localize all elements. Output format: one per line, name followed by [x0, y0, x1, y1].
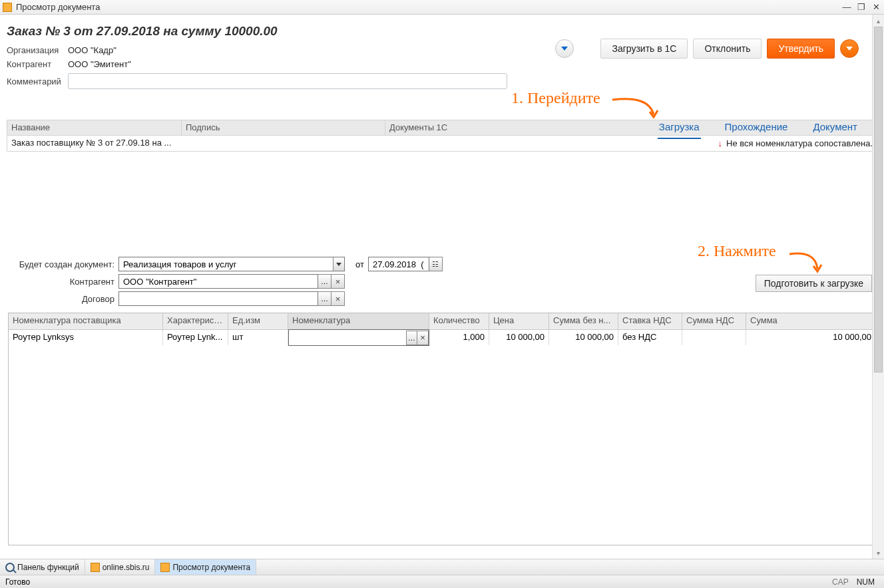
items-nom-cell [288, 329, 429, 346]
items-h-price: Цена [489, 313, 549, 329]
items-h-sum: Сумма [746, 313, 875, 329]
doc-type-select[interactable] [118, 257, 345, 271]
comment-input[interactable] [68, 73, 507, 89]
tab-pass[interactable]: Прохождение [724, 118, 789, 139]
counterparty-clear-button[interactable] [332, 274, 345, 289]
contract-browse-button[interactable] [318, 291, 332, 306]
items-vatsum [682, 330, 746, 345]
approve-button[interactable]: Утвердить [767, 39, 835, 59]
scrollbar-thumb[interactable] [874, 27, 883, 372]
items-blank [9, 345, 875, 545]
load-1c-button[interactable]: Загрузить в 1С [600, 39, 688, 59]
items-sumwo: 10 000,00 [549, 330, 618, 345]
items-sum: 10 000,00 [746, 330, 875, 345]
counterparty-value: ООО "Эмитент" [68, 59, 131, 69]
grid-row-status-text: Не вся номенклатура сопоставлена. [726, 138, 873, 148]
form-contract-label: Договор [8, 294, 118, 304]
items-h-unit: Ед.изм [228, 313, 288, 329]
scroll-up-icon[interactable]: ▴ [873, 15, 884, 27]
grid-header-sign: Подпись [182, 120, 385, 135]
task-view-document[interactable]: Просмотр документа [155, 559, 256, 575]
taskbar: Панель функций online.sbis.ru Просмотр д… [0, 559, 884, 575]
form-counterparty-label: Контрагент [8, 277, 118, 287]
items-row[interactable]: Роутер Lynksys Роутер Lynk... шт 1,000 1… [9, 329, 875, 345]
restore-button[interactable]: ❐ [856, 3, 867, 12]
close-button[interactable]: ✕ [871, 3, 881, 12]
items-char: Роутер Lynk... [163, 330, 228, 345]
dropdown-round-button[interactable] [555, 39, 574, 58]
items-nom-clear-button[interactable] [417, 331, 429, 345]
title-bar: Просмотр документа — ❐ ✕ [0, 0, 884, 15]
form-contract-input[interactable] [119, 292, 318, 305]
grid-header-name: Название [7, 120, 182, 135]
vertical-scrollbar[interactable]: ▴ ▾ [872, 15, 884, 559]
date-input-wrap[interactable] [368, 257, 429, 271]
grid-row-sign [182, 136, 385, 151]
contract-clear-button[interactable] [332, 291, 345, 306]
willcreate-label: Будет создан документ: [8, 259, 118, 269]
task-panel-functions[interactable]: Панель функций [0, 559, 85, 575]
status-cap: CAP [828, 577, 853, 587]
status-num: NUM [853, 577, 879, 587]
warning-arrow-icon: ↓ [718, 138, 723, 148]
items-qty: 1,000 [429, 330, 489, 345]
counterparty-browse-button[interactable] [318, 274, 332, 289]
items-vatrate: без НДС [618, 330, 682, 345]
tab-document[interactable]: Документ [811, 118, 859, 139]
comment-label: Комментарий [7, 76, 68, 86]
items-h-nom: Номенклатура [288, 313, 429, 329]
items-nom-browse-button[interactable] [406, 331, 417, 345]
grid-row-name: Заказ поставщику № 3 от 27.09.18 на ... [7, 136, 182, 151]
items-h-qty: Количество [429, 313, 489, 329]
items-supplier-nom: Роутер Lynksys [9, 330, 163, 345]
annotation-1: 1. Перейдите [511, 89, 600, 107]
items-unit: шт [228, 330, 288, 345]
doc-type-input[interactable] [119, 257, 333, 271]
items-h-vatrate: Ставка НДС [618, 313, 682, 329]
document-title: Заказ № 3 от 27.09.2018 на сумму 10000.0… [7, 24, 872, 39]
items-h-sumwo: Сумма без н... [549, 313, 618, 329]
items-nom-input[interactable] [289, 330, 406, 345]
date-input[interactable] [369, 257, 429, 271]
approve-dropdown-button[interactable] [840, 39, 859, 58]
task-online-sbis[interactable]: online.sbis.ru [85, 559, 156, 575]
items-h-supplier-nom: Номенклатура поставщика [9, 313, 163, 329]
app-icon [3, 3, 12, 12]
counterparty-label: Контрагент [7, 59, 68, 69]
items-header: Номенклатура поставщика Характерист... Е… [9, 313, 875, 329]
form-counterparty-select[interactable] [118, 274, 318, 289]
form-counterparty-input[interactable] [119, 275, 318, 288]
form-contract-select[interactable] [118, 291, 318, 306]
magnifier-icon [5, 563, 15, 572]
scroll-down-icon[interactable]: ▾ [873, 547, 884, 559]
minimize-button[interactable]: — [841, 3, 852, 12]
items-h-char: Характерист... [163, 313, 228, 329]
prepare-load-button[interactable]: Подготовить к загрузке [756, 275, 872, 292]
organization-label: Организация [7, 45, 68, 55]
from-label: от [355, 259, 364, 269]
status-bar: Готово CAP NUM [0, 575, 884, 588]
items-h-vatsum: Сумма НДС [682, 313, 746, 329]
organization-value: ООО "Кадр" [68, 45, 116, 55]
calendar-icon[interactable]: ☷ [429, 257, 443, 271]
sbis-icon [160, 563, 170, 572]
doc-type-dropdown-icon[interactable] [333, 257, 344, 271]
items-price: 10 000,00 [489, 330, 549, 345]
window-title: Просмотр документа [16, 2, 841, 12]
sbis-icon [91, 563, 100, 572]
reject-button[interactable]: Отклонить [693, 39, 762, 59]
status-ready: Готово [5, 577, 30, 587]
tab-load[interactable]: Загрузка [658, 118, 701, 139]
